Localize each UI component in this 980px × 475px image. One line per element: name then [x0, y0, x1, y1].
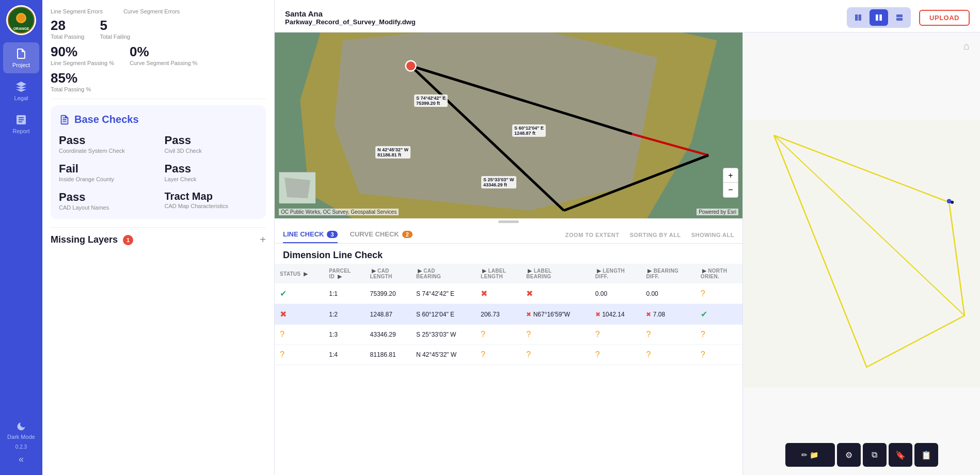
row4-cad-bearing: N 42°45'32" W	[411, 345, 476, 365]
map-zoom-in[interactable]: +	[723, 168, 738, 183]
curve-segment-passing-value: 0%	[130, 44, 197, 60]
stats-row-1: 28 Total Passing 5 Total Failing	[51, 18, 266, 40]
row2-cad-bearing: S 60°12'04" E	[411, 304, 476, 325]
map-zoom-controls: + −	[723, 168, 738, 198]
view-toggle	[847, 7, 911, 28]
toolbar-bookmark-button[interactable]: 🔖	[889, 443, 912, 467]
row3-parcel-id: 1:3	[324, 325, 365, 345]
map-inset	[279, 172, 315, 203]
check-desc-0: Coordinate System Check	[59, 148, 152, 154]
tab-line-check-label: LINE CHECK	[283, 230, 324, 238]
col-north-orien[interactable]: ▶ NORTHORIEN.	[696, 264, 742, 283]
row4-north-orien: ?	[696, 345, 742, 365]
row2-label-bearing: ✖ N67°16'59"W	[521, 304, 590, 325]
col-bearing-diff[interactable]: ▶ BEARINGDIFF.	[641, 264, 695, 283]
row2-status: ✖	[275, 304, 324, 325]
row1-bearing-diff: 0.00	[641, 283, 695, 304]
row4-label-length: ?	[476, 345, 521, 365]
toolbar-pencil-button[interactable]: ✏ 📁	[785, 443, 835, 467]
sidebar-item-project-label: Project	[12, 62, 30, 68]
total-passing-pct-stat: 85% Total Passing %	[51, 70, 91, 92]
row2-bearing-diff: ✖ 7.08	[641, 304, 695, 325]
version-label: 0.2.3	[15, 444, 27, 450]
toolbar-clipboard-button[interactable]: 📋	[914, 443, 938, 467]
tabs-left: LINE CHECK 3 CURVE CHECK 2	[283, 230, 413, 243]
svg-rect-4	[855, 14, 858, 21]
sidebar-item-report[interactable]: Report	[3, 108, 39, 139]
svg-rect-9	[896, 18, 903, 21]
dark-mode-toggle[interactable]: Dark Mode	[7, 421, 35, 440]
row1-cad-length: 75399.20	[365, 283, 411, 304]
check-item-1: Pass Civil 3D Check	[165, 134, 258, 154]
toolbar-gear-button[interactable]: ⚙	[837, 443, 861, 467]
total-failing-label: Total Failing	[100, 34, 130, 40]
line-segment-passing-stat: 90% Line Segment Passing %	[51, 44, 114, 66]
col-parcel-id[interactable]: PARCELID ▶	[324, 264, 365, 283]
row1-length-diff: 0.00	[590, 283, 641, 304]
check-status-4: Pass	[59, 191, 152, 204]
table-row[interactable]: ? 1:3 43346.29 S 25°33'03" W ? ? ? ? ?	[275, 325, 742, 345]
row2-label-length: 206.73	[476, 304, 521, 325]
table-row[interactable]: ✖ 1:2 1248.87 S 60°12'04" E 206.73 ✖ N67…	[275, 304, 742, 325]
check-desc-1: Civil 3D Check	[165, 148, 258, 154]
col-cad-length[interactable]: ▶ CADLENGTH	[365, 264, 411, 283]
col-status[interactable]: STATUS ▶	[275, 264, 324, 283]
sidebar-collapse-button[interactable]: «	[19, 454, 24, 465]
table-row[interactable]: ✔ 1:1 75399.20 S 74°42'42" E ✖ ✖ 0.00 0.…	[275, 283, 742, 304]
stats-row-3: 85% Total Passing %	[51, 70, 266, 92]
row1-label-bearing: ✖	[521, 283, 590, 304]
row2-length-diff: ✖ 1042.14	[590, 304, 641, 325]
showing-all[interactable]: SHOWING ALL	[691, 232, 734, 238]
map-section: S 74°42'42" E75399.20 ft S 60°12'04" E12…	[275, 33, 742, 475]
row4-parcel-id: 1:4	[324, 345, 365, 365]
sidebar-item-legal[interactable]: Legal	[3, 75, 39, 106]
sorting-by[interactable]: SORTING BY ALL	[629, 232, 681, 238]
tab-curve-check[interactable]: CURVE CHECK 2	[350, 230, 413, 243]
svg-rect-5	[859, 14, 861, 21]
sidebar: ORANGE Project Legal Report Dark Mode 0.…	[0, 0, 42, 475]
top-bar: Santa Ana Parkway_Record_of_Survey_Modif…	[275, 0, 980, 33]
zoom-to-extent[interactable]: ZOOM TO EXTENT	[565, 232, 620, 238]
map-label-0: S 74°42'42" E75399.20 ft	[414, 94, 448, 107]
col-length-diff[interactable]: ▶ LENGTHDIFF.	[590, 264, 641, 283]
row1-cad-bearing: S 74°42'42" E	[411, 283, 476, 304]
file-title: Santa Ana Parkway_Record_of_Survey_Modif…	[285, 9, 416, 26]
view-btn-right[interactable]	[890, 9, 909, 26]
table-row[interactable]: ? 1:4 81186.81 N 42°45'32" W ? ? ? ? ?	[275, 345, 742, 365]
curve-segment-errors-label: Curve Segment Errors	[123, 8, 180, 14]
tab-line-check[interactable]: LINE CHECK 3	[283, 230, 338, 243]
sidebar-item-project[interactable]: Project	[3, 42, 39, 73]
map-zoom-out[interactable]: −	[723, 183, 738, 197]
check-item-2: Fail Inside Orange County	[59, 162, 152, 182]
view-btn-split[interactable]	[870, 9, 888, 26]
tabs-actions: ZOOM TO EXTENT SORTING BY ALL SHOWING AL…	[565, 232, 734, 242]
base-checks-title: Base Checks	[59, 114, 258, 125]
tab-curve-check-label: CURVE CHECK	[350, 230, 399, 238]
check-item-3: Pass Layer Check	[165, 162, 258, 182]
row1-status: ✔	[275, 283, 324, 304]
upload-button[interactable]: UPLOAD	[919, 10, 970, 26]
view-btn-left[interactable]	[849, 9, 867, 26]
svg-text:ORANGE: ORANGE	[13, 27, 29, 30]
col-label-length[interactable]: ▶ LABELLENGTH	[476, 264, 521, 283]
map-label-1: S 60°12'04" E1248.87 ft	[512, 124, 546, 137]
col-label-bearing[interactable]: ▶ LABELBEARING	[521, 264, 590, 283]
scroll-divider	[275, 218, 742, 225]
row3-north-orien: ?	[696, 325, 742, 345]
map-label-2: N 42°45'32" W81186.81 ft	[375, 146, 410, 159]
home-button[interactable]: ⌂	[958, 38, 975, 54]
svg-point-2	[18, 14, 25, 22]
tab-curve-check-badge: 2	[402, 231, 413, 238]
row1-parcel-id: 1:1	[324, 283, 365, 304]
row4-cad-length: 81186.81	[365, 345, 411, 365]
missing-layers-add-button[interactable]: +	[260, 234, 266, 246]
check-desc-2: Inside Orange County	[59, 176, 152, 182]
missing-layers-left: Missing Layers 1	[51, 234, 133, 245]
stats-row-2: 90% Line Segment Passing % 0% Curve Segm…	[51, 44, 266, 66]
map-container: S 74°42'42" E75399.20 ft S 60°12'04" E12…	[275, 33, 742, 218]
svg-rect-7	[879, 14, 882, 21]
check-status-3: Pass	[165, 162, 258, 176]
toolbar-layers-button[interactable]: ⧉	[863, 443, 887, 467]
data-table: STATUS ▶ PARCELID ▶ ▶ CADLENGTH ▶ CADBEA…	[275, 264, 742, 365]
col-cad-bearing[interactable]: ▶ CADBEARING	[411, 264, 476, 283]
